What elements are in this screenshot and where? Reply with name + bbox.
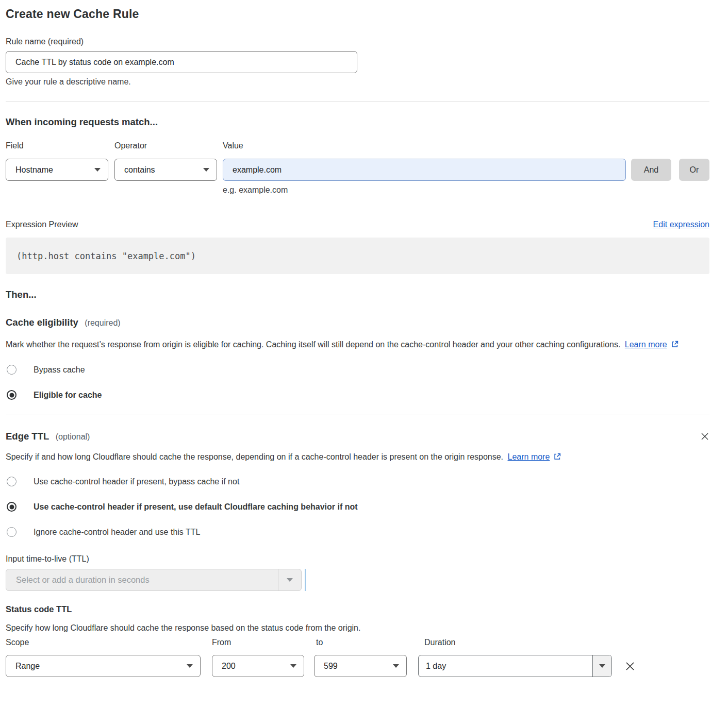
scope-select[interactable]: Range (6, 655, 201, 677)
radio-option-eligible-for-cache[interactable]: Eligible for cache (6, 390, 709, 400)
ttl-duration-placeholder: Select or add a duration in seconds (6, 569, 278, 590)
scope-label: Scope (6, 638, 212, 647)
to-select[interactable]: 599 (314, 655, 407, 677)
duration-dropdown-button[interactable] (592, 655, 611, 677)
ttl-input-label: Input time-to-live (TTL) (6, 554, 709, 564)
field-select-value: Hostname (15, 165, 53, 175)
status-code-ttl-heading: Status code TTL (6, 604, 709, 614)
radio-icon[interactable] (7, 390, 16, 400)
remove-row-icon[interactable] (624, 661, 636, 672)
chevron-down-icon (94, 168, 101, 172)
chevron-down-icon (287, 578, 293, 582)
external-link-icon (671, 340, 679, 348)
operator-select-value: contains (124, 165, 155, 175)
close-icon[interactable] (700, 432, 709, 441)
from-label: From (212, 638, 316, 647)
radio-icon[interactable] (7, 502, 16, 512)
edit-expression-link[interactable]: Edit expression (653, 220, 709, 229)
rule-name-helper: Give your rule a descriptive name. (6, 77, 709, 87)
radio-label: Eligible for cache (34, 391, 102, 400)
or-button[interactable]: Or (679, 159, 709, 181)
radio-option-use-header-bypass[interactable]: Use cache-control header if present, byp… (6, 477, 709, 486)
value-helper: e.g. example.com (223, 185, 709, 195)
cache-eligibility-description: Mark whether the request’s response from… (6, 337, 699, 352)
radio-icon[interactable] (7, 365, 16, 375)
status-code-ttl-description: Specify how long Cloudflare should cache… (6, 621, 709, 635)
radio-label: Bypass cache (34, 365, 85, 375)
chevron-down-icon (290, 664, 296, 668)
to-label: to (316, 638, 424, 647)
section-divider (6, 414, 709, 414)
field-select[interactable]: Hostname (6, 159, 108, 181)
value-label: Value (223, 141, 709, 150)
chevron-down-icon (599, 664, 605, 668)
expression-preview-block: (http.host contains "example.com") (6, 238, 709, 274)
edge-ttl-description-text: Specify if and how long Cloudflare shoul… (6, 452, 503, 461)
edge-ttl-learn-more-link[interactable]: Learn more (508, 452, 550, 461)
external-link-icon (553, 452, 561, 461)
operator-label: Operator (114, 141, 223, 150)
duration-label: Duration (424, 638, 455, 647)
edge-ttl-description: Specify if and how long Cloudflare shoul… (6, 450, 575, 464)
to-select-value: 599 (324, 662, 338, 671)
ttl-duration-combobox[interactable]: Select or add a duration in seconds (6, 569, 302, 591)
match-heading: When incoming requests match... (6, 116, 709, 128)
radio-label: Ignore cache-control header and use this… (34, 528, 200, 537)
focus-indicator (305, 569, 306, 591)
duration-combobox[interactable]: 1 day (418, 655, 612, 677)
cache-eligibility-required-tag: (required) (85, 318, 120, 327)
chevron-down-icon (203, 168, 209, 172)
from-select-value: 200 (222, 662, 236, 671)
operator-select[interactable]: contains (114, 159, 217, 181)
cache-eligibility-heading: Cache eligibility (6, 317, 78, 328)
radio-option-ignore-header[interactable]: Ignore cache-control header and use this… (6, 527, 709, 537)
rule-name-label: Rule name (required) (6, 37, 709, 46)
radio-option-bypass-cache[interactable]: Bypass cache (6, 365, 709, 375)
value-input[interactable] (223, 159, 626, 181)
from-select[interactable]: 200 (212, 655, 304, 677)
radio-icon[interactable] (7, 477, 16, 486)
ttl-duration-dropdown-button[interactable] (278, 569, 301, 590)
expression-preview-label: Expression Preview (6, 220, 78, 229)
edge-ttl-optional-tag: (optional) (56, 432, 90, 441)
radio-icon[interactable] (7, 527, 16, 537)
expression-text: (http.host contains "example.com") (16, 251, 196, 261)
radio-label: Use cache-control header if present, byp… (34, 477, 239, 486)
duration-value: 1 day (419, 655, 592, 677)
and-button[interactable]: And (631, 159, 671, 181)
radio-label: Use cache-control header if present, use… (34, 502, 358, 512)
radio-option-use-header-default[interactable]: Use cache-control header if present, use… (6, 502, 709, 512)
rule-name-input[interactable] (6, 51, 357, 73)
cache-eligibility-description-text: Mark whether the request’s response from… (6, 340, 620, 349)
cache-eligibility-learn-more-link[interactable]: Learn more (625, 340, 667, 349)
scope-select-value: Range (15, 662, 40, 671)
page-title: Create new Cache Rule (6, 7, 709, 21)
chevron-down-icon (393, 664, 399, 668)
section-divider (6, 101, 709, 102)
chevron-down-icon (187, 664, 193, 668)
field-label: Field (6, 141, 114, 150)
then-heading: Then... (6, 289, 709, 300)
edge-ttl-heading: Edge TTL (6, 431, 49, 442)
